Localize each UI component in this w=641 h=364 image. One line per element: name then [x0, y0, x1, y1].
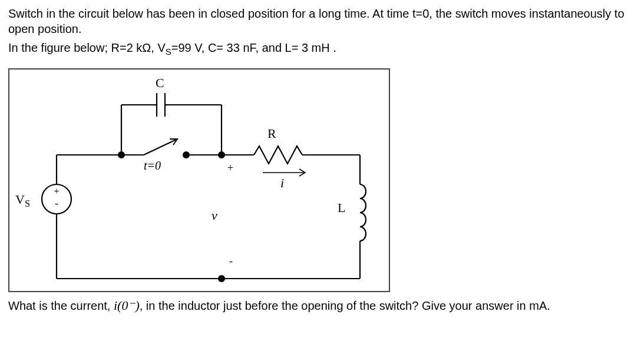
svg-point-18	[183, 152, 189, 158]
label-R: R	[267, 126, 276, 141]
question-text: What is the current, i(0⁻), in the induc…	[8, 297, 633, 315]
circuit-svg: + -	[9, 70, 389, 291]
svg-point-27	[219, 276, 224, 282]
svg-text:-: -	[55, 197, 58, 209]
problem-statement: Switch in the circuit below has been in …	[8, 6, 633, 58]
label-v-minus: -	[229, 255, 233, 267]
label-v-plus: +	[227, 162, 233, 174]
circuit-figure: + -	[8, 68, 633, 292]
question-symbol: i(0⁻)	[114, 298, 140, 313]
label-i: i	[280, 176, 284, 191]
label-Vs: VS	[15, 192, 30, 210]
svg-text:+: +	[54, 186, 59, 196]
svg-line-15	[144, 139, 177, 155]
circuit-diagram: + -	[8, 68, 390, 292]
label-C: C	[156, 75, 164, 91]
label-t0: t=0	[144, 159, 161, 173]
svg-point-17	[118, 152, 124, 158]
problem-line-2: In the figure below; R=2 kΩ, VS=99 V, C=…	[8, 40, 633, 58]
label-v: v	[212, 208, 217, 223]
problem-line-1: Switch in the circuit below has been in …	[8, 6, 633, 37]
label-L: L	[338, 200, 345, 216]
